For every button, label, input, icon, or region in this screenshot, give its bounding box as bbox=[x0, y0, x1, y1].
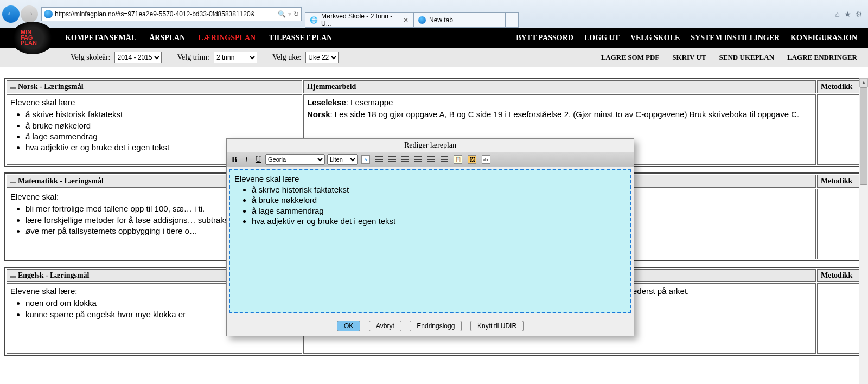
nav-laeringsplan[interactable]: LÆRINGSPLAN bbox=[198, 34, 256, 42]
editor-bullet: å lage sammendrag bbox=[252, 206, 626, 216]
nav-kompetansemal[interactable]: KOMPETANSEMÅL bbox=[65, 34, 136, 42]
editor-intro: Elevene skal lære bbox=[234, 174, 299, 183]
trinn-select[interactable]: 2 trinn bbox=[214, 52, 257, 63]
tools-icon[interactable]: ⚙ bbox=[856, 10, 863, 18]
udir-button[interactable]: Knytt til UDIR bbox=[470, 321, 524, 331]
header-metodikk: Metodikk bbox=[817, 80, 859, 93]
italic-button[interactable]: I bbox=[241, 154, 251, 165]
modal-footer: OK Avbryt Endringslogg Knytt til UDIR bbox=[227, 316, 634, 336]
font-size-select[interactable]: Liten bbox=[327, 154, 358, 165]
address-bar[interactable]: https://minfagplan.no/#s=971ea2e9-5570-4… bbox=[41, 7, 302, 21]
cell-matte-metodikk[interactable] bbox=[817, 189, 859, 259]
tab-title: Mørkved Skole - 2 trinn - U... bbox=[321, 12, 400, 28]
scroll-up-icon[interactable]: ▲ bbox=[859, 78, 868, 87]
ie-icon bbox=[418, 16, 426, 24]
nav-logg-ut[interactable]: LOGG UT bbox=[584, 34, 620, 42]
cancel-button[interactable]: Avbryt bbox=[369, 321, 401, 331]
cell-engelsk-metodikk[interactable] bbox=[817, 283, 859, 354]
text-color-button[interactable]: A bbox=[360, 154, 372, 165]
tab-new[interactable]: New tab bbox=[413, 12, 506, 28]
align-right-button[interactable] bbox=[400, 154, 411, 165]
insert-image-button[interactable]: 🖼 bbox=[466, 154, 478, 165]
year-label: Velg skoleår: bbox=[71, 53, 110, 62]
action-send-ukeplan[interactable]: SEND UKEPLAN bbox=[719, 53, 775, 62]
nav-konfigurasjon[interactable]: KONFIGURASJON bbox=[790, 34, 857, 42]
unordered-list-button[interactable] bbox=[439, 154, 450, 165]
header-norsk: ▬Norsk - Læringsmål bbox=[7, 80, 302, 93]
nav-velg-skole[interactable]: VELG SKOLE bbox=[630, 34, 680, 42]
refresh-icon[interactable]: ↻ bbox=[293, 10, 299, 18]
header-metodikk: Metodikk bbox=[817, 175, 859, 188]
header-metodikk: Metodikk bbox=[817, 269, 859, 282]
intro-text: Elevene skal lære bbox=[10, 97, 298, 108]
nav-bytt-passord[interactable]: BYTT PASSORD bbox=[516, 34, 573, 42]
editor-bullet: å bruke nøkkelord bbox=[252, 195, 626, 206]
editor-toolbar: B I U Georia Liten A 📋 🖼 abc bbox=[227, 152, 634, 167]
url-text: https://minfagplan.no/#s=971ea2e9-5570-4… bbox=[55, 10, 276, 18]
nav-tilpasset-plan[interactable]: TILPASSET PLAN bbox=[269, 34, 332, 42]
new-tab-button[interactable] bbox=[506, 12, 519, 28]
nav-back-button[interactable]: ← bbox=[2, 5, 20, 23]
favorites-icon[interactable]: ★ bbox=[844, 10, 851, 18]
trinn-label: Velg trinn: bbox=[177, 53, 209, 62]
filter-bar: Velg skoleår: 2014 - 2015 Velg trinn: 2 … bbox=[0, 48, 868, 67]
year-select[interactable]: 2014 - 2015 bbox=[114, 52, 162, 63]
header-hjemmearbeid: Hjemmearbeid bbox=[303, 80, 816, 93]
modal-title: Rediger læreplan bbox=[227, 139, 634, 152]
editor-bullet: å skrive historisk faktatekst bbox=[252, 184, 626, 195]
logo[interactable] bbox=[11, 22, 54, 54]
hjemme-label: Leselekse bbox=[307, 98, 346, 107]
paste-button[interactable]: 📋 bbox=[452, 154, 464, 165]
tab-close-icon[interactable]: ✕ bbox=[403, 16, 409, 24]
action-skriv-ut[interactable]: SKRIV UT bbox=[672, 53, 706, 62]
bold-button[interactable]: B bbox=[229, 154, 239, 165]
favicon-icon: 🌐 bbox=[310, 16, 318, 24]
tab-strip: 🌐 Mørkved Skole - 2 trinn - U... ✕ New t… bbox=[305, 0, 519, 28]
home-icon[interactable]: ⌂ bbox=[835, 10, 840, 18]
editor-textarea[interactable]: Elevene skal lære å skrive historisk fak… bbox=[229, 169, 631, 313]
search-icon[interactable]: 🔍 bbox=[278, 10, 286, 18]
action-lagre-endringer[interactable]: LAGRE ENDRINGER bbox=[787, 53, 857, 62]
align-center-button[interactable] bbox=[387, 154, 398, 165]
ordered-list-button[interactable] bbox=[426, 154, 437, 165]
tab-active[interactable]: 🌐 Mørkved Skole - 2 trinn - U... ✕ bbox=[305, 12, 413, 28]
hjemme-text: : Lesemappe bbox=[346, 98, 393, 107]
list-item: å skrive historisk faktatekst bbox=[25, 109, 298, 120]
hjemme-text: : Les side 18 og gjør oppgave A, B og C … bbox=[330, 110, 800, 119]
uke-select[interactable]: Uke 22 bbox=[305, 52, 339, 63]
browser-chrome: ← → https://minfagplan.no/#s=971ea2e9-55… bbox=[0, 0, 868, 28]
hjemme-label: Norsk bbox=[307, 110, 330, 119]
spellcheck-button[interactable]: abc bbox=[480, 154, 492, 165]
vertical-scrollbar[interactable]: ▲ bbox=[859, 78, 868, 384]
uke-label: Velg uke: bbox=[272, 53, 301, 62]
edit-modal: Rediger læreplan B I U Georia Liten A 📋 … bbox=[226, 138, 634, 336]
align-justify-button[interactable] bbox=[413, 154, 424, 165]
changelog-button[interactable]: Endringslogg bbox=[410, 321, 462, 331]
nav-arsplan[interactable]: ÅRSPLAN bbox=[149, 34, 185, 42]
ie-icon bbox=[44, 10, 53, 18]
list-item: å bruke nøkkelord bbox=[25, 120, 298, 131]
ok-button[interactable]: OK bbox=[337, 321, 360, 331]
editor-bullet: hva adjektiv er og bruke det i egen teks… bbox=[252, 216, 626, 227]
font-family-select[interactable]: Georia bbox=[265, 154, 325, 165]
action-lagre-pdf[interactable]: LAGRE SOM PDF bbox=[601, 53, 660, 62]
main-nav: KOMPETANSEMÅL ÅRSPLAN LÆRINGSPLAN TILPAS… bbox=[0, 28, 868, 48]
scroll-thumb[interactable] bbox=[860, 87, 867, 185]
underline-button[interactable]: U bbox=[253, 154, 263, 165]
tab-title: New tab bbox=[429, 16, 453, 24]
nav-system-instillinger[interactable]: SYSTEM INSTILLINGER bbox=[691, 34, 780, 42]
align-left-button[interactable] bbox=[374, 154, 385, 165]
cell-norsk-metodikk[interactable] bbox=[817, 94, 859, 165]
nav-forward-button[interactable]: → bbox=[21, 5, 38, 23]
